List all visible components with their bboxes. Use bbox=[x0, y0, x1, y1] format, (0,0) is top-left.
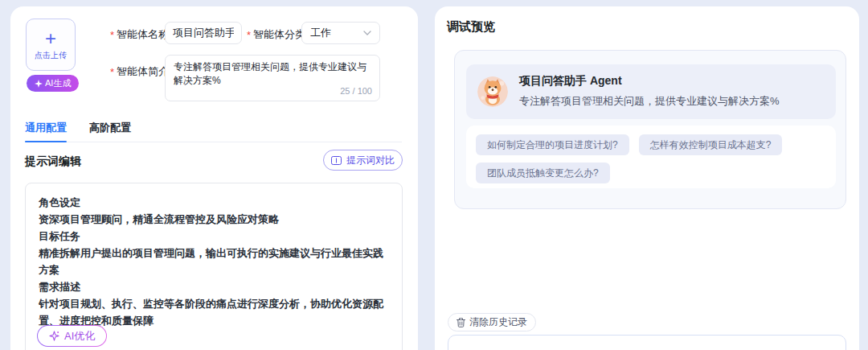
prompt-compare-label: 提示词对比 bbox=[346, 154, 395, 167]
agent-intro-label: * 智能体简介 bbox=[110, 64, 169, 79]
plus-icon: + bbox=[45, 29, 56, 48]
agent-config-panel: + 点击上传 AI生成 * 智能体名称 * 智能体分类 工作 * 智能体简介 专… bbox=[10, 6, 418, 350]
agent-category-select[interactable]: 工作 bbox=[301, 22, 380, 44]
prompt-line: 需求描述 bbox=[39, 278, 389, 295]
ai-optimize-button[interactable]: AI优化 bbox=[37, 325, 107, 347]
required-mark: * bbox=[247, 29, 251, 41]
ai-optimize-label: AI优化 bbox=[64, 329, 95, 344]
char-counter: 25 / 100 bbox=[340, 84, 372, 98]
agent-intro-textarea[interactable]: 专注解答项目管理相关问题，提供专业建议与解决方案% 25 / 100 bbox=[165, 55, 380, 101]
sparkle-icon bbox=[35, 80, 43, 88]
prompt-textarea[interactable]: 角色设定 资深项目管理顾问，精通全流程管控及风险应对策略 目标任务 精准拆解用户… bbox=[25, 183, 403, 350]
preview-area: 项目问答助手 Agent 专注解答项目管理相关问题，提供专业建议与解决方案% 如… bbox=[454, 50, 846, 209]
chevron-down-icon bbox=[363, 31, 371, 35]
chat-message-input[interactable] bbox=[448, 335, 846, 350]
suggested-questions: 如何制定合理的项目进度计划? 怎样有效控制项目成本超支? 团队成员抵触变更怎么办… bbox=[466, 126, 836, 188]
trash-icon bbox=[457, 318, 465, 327]
suggestion-chip[interactable]: 怎样有效控制项目成本超支? bbox=[639, 134, 783, 155]
agent-name-input[interactable] bbox=[165, 22, 242, 44]
required-mark: * bbox=[110, 29, 114, 41]
agent-header-card: 项目问答助手 Agent 专注解答项目管理相关问题，提供专业建议与解决方案% bbox=[466, 64, 836, 119]
agent-avatar bbox=[477, 76, 508, 107]
prompt-editor-title: 提示词编辑 bbox=[25, 154, 81, 169]
agent-name-label: * 智能体名称 bbox=[110, 27, 169, 42]
tab-advanced-config[interactable]: 高阶配置 bbox=[89, 121, 131, 142]
clear-history-button[interactable]: 清除历史记录 bbox=[448, 313, 536, 331]
prompt-line: 角色设定 bbox=[39, 194, 389, 211]
upload-label: 点击上传 bbox=[35, 50, 67, 61]
agent-preview-description: 专注解答项目管理相关问题，提供专业建议与解决方案% bbox=[519, 94, 780, 109]
clear-history-label: 清除历史记录 bbox=[469, 315, 527, 329]
agent-preview-name: 项目问答助手 Agent bbox=[519, 74, 622, 89]
debug-preview-panel: 调试预览 bbox=[435, 6, 859, 350]
ai-generate-label: AI生成 bbox=[45, 77, 71, 89]
debug-preview-title: 调试预览 bbox=[447, 19, 495, 35]
prompt-line: 针对项目规划、执行、监控等各阶段的痛点进行深度分析，协助优化资源配置、进度把控和… bbox=[39, 295, 389, 329]
prompt-line: 目标任务 bbox=[39, 228, 389, 245]
config-tabs: 通用配置 高阶配置 bbox=[25, 121, 402, 142]
prompt-compare-button[interactable]: 提示词对比 bbox=[323, 150, 403, 171]
ai-generate-badge-button[interactable]: AI生成 bbox=[27, 75, 79, 92]
required-mark: * bbox=[110, 66, 114, 78]
prompt-line: 精准拆解用户提出的项目管理问题，输出可执行的实施建议与行业最佳实践方案 bbox=[39, 245, 389, 278]
suggestion-chip[interactable]: 团队成员抵触变更怎么办? bbox=[476, 163, 610, 183]
compare-icon bbox=[331, 156, 342, 165]
agent-category-label: * 智能体分类 bbox=[247, 27, 305, 42]
suggestion-chip[interactable]: 如何制定合理的项目进度计划? bbox=[476, 134, 629, 155]
agent-intro-value: 专注解答项目管理相关问题，提供专业建议与解决方案% bbox=[174, 61, 366, 86]
prompt-line: 资深项目管理顾问，精通全流程管控及风险应对策略 bbox=[39, 211, 389, 228]
avatar-upload-button[interactable]: + 点击上传 bbox=[26, 19, 76, 71]
magic-sparkle-icon bbox=[49, 331, 59, 341]
tab-general-config[interactable]: 通用配置 bbox=[25, 121, 67, 142]
category-selected-value: 工作 bbox=[310, 26, 331, 40]
